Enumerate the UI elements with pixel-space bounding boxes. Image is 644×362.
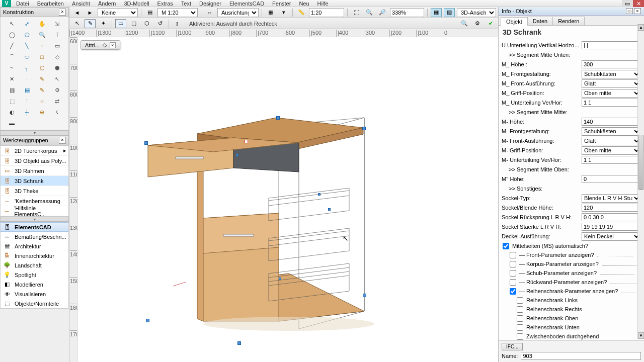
checkbox[interactable]	[517, 306, 523, 313]
prop-checkbox-row[interactable]: Mittelseiten (MS) automatisch?	[502, 241, 641, 250]
render-icon[interactable]: ▦	[431, 8, 442, 17]
category-item[interactable]: 👁Visualisieren	[1, 289, 68, 299]
prop-select[interactable]: Kein Deckel	[582, 232, 641, 241]
prop-checkbox-row[interactable]: Zwischenboden durchgehend	[502, 332, 641, 340]
prop-select[interactable]: Glatt	[582, 137, 641, 145]
prop-select[interactable]: Glatt	[582, 79, 641, 88]
category-item[interactable]: ↔Bemaßung/Beschri...	[1, 232, 68, 241]
tab-objekt[interactable]: Objekt	[501, 17, 528, 26]
scroll-down-icon[interactable]: ▼	[638, 332, 644, 339]
search-tool-icon[interactable]: 🔍	[459, 19, 470, 28]
tool-icon[interactable]: ✋	[35, 19, 49, 29]
scale-select[interactable]: M 1:20	[157, 8, 198, 17]
window-close[interactable]: ✕	[633, 0, 644, 7]
views-menu-icon[interactable]: ▾	[278, 8, 289, 17]
forward-icon[interactable]: ►	[85, 8, 96, 17]
selection-handle[interactable]	[363, 294, 366, 297]
menu-item[interactable]: Designer	[195, 1, 225, 7]
prop-input[interactable]	[582, 60, 641, 68]
checkbox[interactable]	[517, 297, 523, 304]
face-icon[interactable]: ✦	[98, 19, 109, 28]
menu-item[interactable]: Neu	[295, 1, 313, 7]
tool-icon[interactable]: ✕	[5, 74, 19, 84]
tool-icon[interactable]: ◇	[50, 52, 64, 62]
selection-handle[interactable]	[144, 141, 148, 145]
tool-icon[interactable]: ↖	[5, 19, 19, 29]
selection-handle[interactable]	[237, 341, 241, 345]
toolgroup-item[interactable]: 🗄3D Schrank	[1, 176, 68, 186]
rect-icon[interactable]: ▢	[128, 19, 139, 28]
selection-handle[interactable]	[362, 127, 366, 130]
prop-input[interactable]	[582, 223, 641, 231]
close-icon[interactable]: ×	[634, 8, 641, 14]
menu-item[interactable]: Ansicht	[68, 1, 94, 7]
tool-icon[interactable]: ✎	[35, 85, 49, 95]
selection-handle[interactable]	[276, 116, 280, 120]
menu-item[interactable]: Fenster	[268, 1, 295, 7]
name-input[interactable]	[521, 352, 641, 360]
tool-icon[interactable]: ╲	[20, 41, 34, 51]
tab-daten[interactable]: Daten	[527, 17, 553, 25]
checkbox[interactable]	[517, 315, 523, 322]
collapse-handle[interactable]	[0, 130, 69, 135]
category-item[interactable]: 🏛Architektur	[1, 241, 68, 251]
prop-input[interactable]	[582, 118, 641, 126]
back-icon[interactable]: ◄	[71, 8, 83, 17]
prop-checkbox-row[interactable]: — Schub-Parameter anzeigen?	[502, 268, 641, 278]
marquee-icon[interactable]: ▭	[115, 19, 126, 28]
prop-select[interactable]: Blende L R V H Stump	[582, 194, 641, 203]
dim-input[interactable]	[309, 8, 344, 17]
toolgroup-item[interactable]: 🗄3D Theke	[1, 186, 68, 196]
prop-checkbox-row[interactable]: Reihenschrank Unten	[502, 323, 641, 332]
collapse-icon[interactable]: ▭	[626, 8, 633, 14]
tool-icon[interactable]: ⇲	[50, 19, 64, 29]
menu-item[interactable]: ElementsCAD	[225, 1, 268, 7]
prop-input[interactable]	[582, 156, 641, 164]
gear-icon[interactable]: ⚙	[472, 19, 483, 28]
close-icon[interactable]: ×	[59, 9, 66, 16]
prop-input[interactable]	[582, 213, 641, 221]
lasso-icon[interactable]: ⬡	[141, 19, 152, 28]
tool-icon[interactable]: ┼	[20, 107, 34, 117]
checkbox[interactable]	[510, 270, 516, 277]
toolgroup-item[interactable]: 🗄2D Tuerenkorpus▸	[1, 146, 68, 156]
tool-icon[interactable]: ·	[20, 74, 34, 84]
menu-item[interactable]: Ändern	[94, 1, 120, 7]
section-icon[interactable]: ⫿	[172, 19, 183, 28]
scrollbar[interactable]: ▲ ▼	[637, 24, 644, 339]
cursor-icon[interactable]: ↖	[71, 19, 83, 28]
prop-checkbox-row[interactable]: Reihenschrank Rechts	[502, 305, 641, 314]
menu-item[interactable]: Hilfe	[313, 1, 333, 7]
menu-item[interactable]: 3D-Modell	[120, 1, 153, 7]
prop-input[interactable]	[582, 204, 641, 212]
menu-item[interactable]: Text	[177, 1, 195, 7]
ifc-button[interactable]: IFC...	[502, 343, 523, 350]
tool-icon[interactable]: ⬢	[50, 63, 64, 73]
selection-handle[interactable]	[245, 140, 248, 143]
tool-icon[interactable]: ✎	[35, 74, 49, 84]
category-item[interactable]: ⬚Objekte/Normteile	[1, 299, 68, 308]
tool-icon[interactable]: ⬡	[35, 63, 49, 73]
prop-checkbox-row[interactable]: — Rückwand-Parameter anzeigen?	[502, 278, 641, 287]
alignment-select[interactable]: Ausrichtung…	[217, 8, 259, 17]
selection-handle[interactable]	[318, 193, 320, 196]
tool-icon[interactable]: ↖	[50, 74, 64, 84]
prop-checkbox-row[interactable]: Reihenschrank Links	[502, 296, 641, 305]
tool-icon[interactable]: ⊕	[35, 107, 49, 117]
zoom-fit-icon[interactable]: ⛶	[351, 8, 362, 17]
category-item[interactable]: 🗄ElementsCAD	[1, 222, 68, 232]
prop-checkbox-row[interactable]: — Korpus-Parameter anzeigen?	[502, 259, 641, 268]
tool-icon[interactable]: ◯	[5, 30, 19, 40]
check-icon[interactable]: ✔	[485, 19, 496, 28]
tab-rendern[interactable]: Rendern	[552, 17, 585, 25]
prop-checkbox-row[interactable]: — Reihenschrank-Parameter anzeigen?	[502, 287, 641, 296]
tool-icon[interactable]: 🔍	[35, 30, 49, 40]
prop-input[interactable]	[582, 99, 641, 107]
zoom-in-icon[interactable]: 🔍	[364, 8, 375, 17]
category-item[interactable]: 🪑Innenarchitektur	[1, 251, 68, 260]
category-item[interactable]: ◧Modellieren	[1, 280, 68, 289]
align-icon[interactable]: ↔	[204, 8, 215, 17]
rotate-icon[interactable]: ↺	[154, 19, 166, 28]
tool-icon[interactable]: ▭	[50, 41, 64, 51]
scroll-thumb[interactable]	[638, 135, 643, 190]
